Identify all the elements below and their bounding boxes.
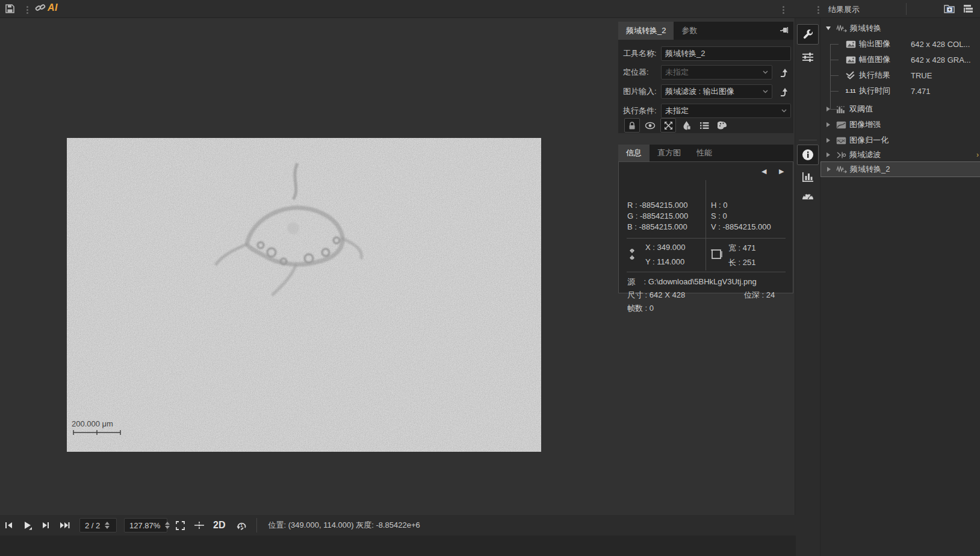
cursor-y-value: Y : 114.000: [645, 257, 684, 266]
wrench-icon: [802, 29, 814, 40]
expand-view-button[interactable]: [660, 118, 676, 133]
info-view-button[interactable]: [797, 145, 819, 165]
tree-item-image-enhance[interactable]: 图像增强: [820, 117, 980, 133]
stepper-arrows[interactable]: [105, 522, 110, 529]
image-input-label: 图片输入:: [623, 86, 661, 97]
expander-collapsed-icon[interactable]: [826, 107, 830, 111]
frame-number-stepper[interactable]: 2 / 2: [79, 518, 117, 533]
last-frame-button[interactable]: [55, 517, 75, 534]
image-input-select[interactable]: 频域滤波 : 输出图像: [661, 84, 772, 99]
tab-params[interactable]: 参数: [674, 22, 705, 40]
next-frame-button[interactable]: [37, 517, 55, 534]
displayed-image[interactable]: 200.000 μm: [67, 138, 541, 452]
expander-collapsed-icon[interactable]: [826, 122, 830, 127]
results-panel-handle[interactable]: [817, 5, 820, 15]
tree-item-label: 执行结果: [859, 70, 890, 81]
tree-item-exec-time[interactable]: 1.11 执行时间 7.471: [820, 83, 980, 99]
param-icon-row: [624, 118, 730, 133]
expand-arrows-icon: [664, 121, 673, 130]
locator-jump-button[interactable]: [776, 65, 790, 80]
tree-item-freq-filter[interactable]: 频域滤波 ›: [820, 147, 980, 163]
expander-open-icon[interactable]: [826, 27, 831, 30]
locator-select[interactable]: 未指定: [661, 65, 772, 80]
fit-view-button[interactable]: [171, 517, 190, 534]
loop-playback-button[interactable]: 1: [232, 517, 252, 534]
save-icon: [5, 4, 15, 14]
adjustments-button[interactable]: [797, 47, 819, 67]
fullscreen-brackets-icon: [175, 520, 185, 531]
divider: [627, 272, 786, 272]
nav-left-arrow[interactable]: ◀: [761, 167, 766, 175]
tree-item-output-image[interactable]: 输出图像 642 x 428 COL...: [820, 36, 980, 52]
bottom-toolbar: 2 / 2 127.87% 2D 1 位置: [0, 515, 796, 536]
parameter-tab-bar: 频域转换_2 参数: [618, 22, 793, 40]
play-button[interactable]: [18, 517, 37, 534]
panel-handle[interactable]: [783, 5, 785, 15]
play-icon: [22, 520, 33, 531]
image-icon: [845, 56, 857, 64]
color-mode-button[interactable]: [678, 118, 694, 133]
bit-depth: 位深 : 24: [744, 290, 775, 301]
histogram-view-button[interactable]: [797, 166, 819, 187]
sliders-icon: [802, 52, 814, 63]
tool-settings-button[interactable]: [797, 24, 819, 45]
info-panel: 信息 直方图 性能 ◀ ▶ R : -8854215.000 G : -8854…: [618, 145, 793, 293]
expander-collapsed-icon[interactable]: [826, 152, 830, 157]
tab-info[interactable]: 信息: [618, 145, 650, 161]
expander-collapsed-icon[interactable]: [827, 167, 831, 172]
performance-view-button[interactable]: [797, 186, 819, 206]
layout-list-button[interactable]: [963, 4, 974, 13]
pin-button[interactable]: [780, 27, 789, 35]
view-mode-2d-button[interactable]: 2D: [209, 517, 229, 534]
first-frame-button[interactable]: [0, 517, 18, 534]
layers-list-icon: [963, 4, 974, 13]
visibility-button[interactable]: [642, 118, 658, 133]
tree-item-exec-result[interactable]: 执行结果 TRUE: [820, 67, 980, 83]
locator-label: 定位器:: [623, 67, 661, 78]
tree-item-freq-transform[interactable]: 频域转换: [820, 20, 980, 36]
pixel-h-value: H : 0: [711, 201, 727, 210]
tree-item-value: TRUE: [911, 71, 932, 80]
image-input-jump-button[interactable]: [776, 84, 790, 99]
zoom-level-stepper[interactable]: 127.87%: [124, 518, 167, 533]
tree-item-freq-transform-2[interactable]: 频域转换_2: [820, 161, 980, 177]
field-image-input: 图片输入: 频域滤波 : 输出图像: [623, 84, 772, 99]
tab-tool-name[interactable]: 频域转换_2: [618, 22, 674, 40]
image-input-value: 频域滤波 : 输出图像: [665, 86, 734, 97]
pixel-g-value: G : -8854215.000: [627, 211, 688, 220]
chain-link-icon: [35, 2, 46, 13]
toolbar-handle[interactable]: [26, 5, 29, 15]
add-folder-button[interactable]: [944, 4, 955, 14]
tree-item-image-normalize[interactable]: 图像归一化: [820, 133, 980, 148]
nav-right-arrow[interactable]: ▶: [779, 167, 784, 175]
divider: [256, 518, 257, 533]
palette-button[interactable]: [715, 118, 730, 133]
exec-condition-select[interactable]: 未指定: [661, 104, 791, 118]
droplet-icon: [682, 120, 691, 130]
tree-item-magnitude-image[interactable]: 幅值图像 642 x 428 GRA...: [820, 52, 980, 67]
field-tool-name: 工具名称: 频域转换_2: [623, 46, 791, 61]
tab-performance[interactable]: 性能: [689, 145, 720, 161]
list-view-button[interactable]: [696, 118, 712, 133]
lock-icon: [628, 121, 636, 130]
results-panel: 频域转换 输出图像 642 x 428 COL... 幅值图像 642 x 42…: [820, 18, 980, 556]
tree-item-label: 图像归一化: [849, 135, 889, 146]
chevron-down-icon: [763, 90, 768, 93]
ai-tool-button[interactable]: AI: [35, 2, 58, 13]
exec-condition-value: 未指定: [665, 105, 689, 116]
scroll-hint-icon[interactable]: ›: [976, 151, 979, 159]
tree-item-label: 幅值图像: [859, 54, 890, 65]
image-enhance-icon: [835, 121, 847, 129]
scale-bar: 200.000 μm: [72, 419, 120, 435]
list-icon: [699, 122, 709, 130]
lock-button[interactable]: [624, 118, 640, 133]
stepper-arrows[interactable]: [165, 522, 170, 529]
tab-histogram[interactable]: 直方图: [650, 145, 689, 161]
expander-collapsed-icon[interactable]: [826, 138, 830, 143]
image-normalize-icon: [835, 137, 847, 145]
center-image-button[interactable]: [190, 517, 209, 534]
tree-item-dual-threshold[interactable]: 双阈值: [820, 101, 980, 117]
save-button[interactable]: [5, 4, 15, 14]
tool-name-input[interactable]: 频域转换_2: [661, 46, 791, 61]
pixel-s-value: S : 0: [711, 211, 727, 220]
